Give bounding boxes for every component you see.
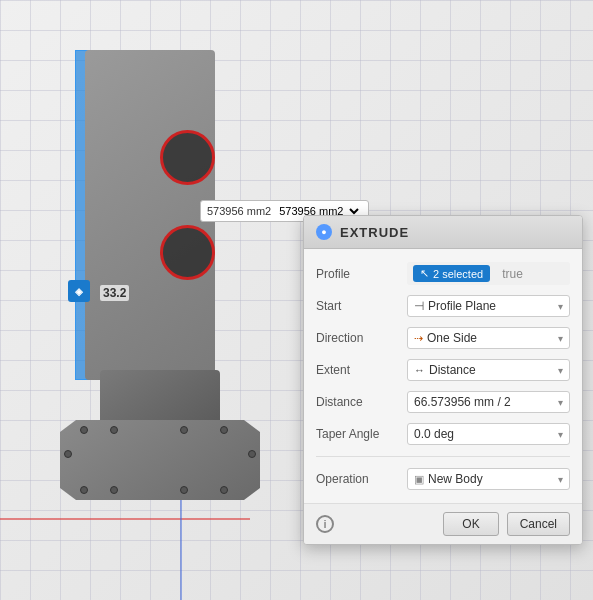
- bolt-2: [110, 426, 118, 434]
- extent-row: Extent ↔ Distance ▾: [304, 354, 582, 386]
- cursor-icon: ↖: [420, 267, 429, 280]
- profile-close-button[interactable]: true: [502, 267, 523, 281]
- distance-value[interactable]: 66.573956 mm / 2 ▾: [407, 391, 570, 413]
- dialog-divider: [316, 456, 570, 457]
- profile-badge: ↖ 2 selected: [413, 265, 490, 282]
- cancel-button[interactable]: Cancel: [507, 512, 570, 536]
- dialog-body: Profile ↖ 2 selected true Start ⊣ Profil…: [304, 249, 582, 503]
- bolt-7: [180, 486, 188, 494]
- start-label: Start: [316, 299, 401, 313]
- extrude-dialog: ● EXTRUDE Profile ↖ 2 selected true Star…: [303, 215, 583, 545]
- distance-label: Distance: [316, 395, 401, 409]
- start-value[interactable]: ⊣ Profile Plane ▾: [407, 295, 570, 317]
- direction-label: Direction: [316, 331, 401, 345]
- bolt-10: [248, 450, 256, 458]
- 3d-viewport[interactable]: ◈ 33.2 573956 mm2 573956 mm2 ● EXTRUDE P…: [0, 0, 593, 600]
- taper-angle-label: Taper Angle: [316, 427, 401, 441]
- distance-row: Distance 66.573956 mm / 2 ▾: [304, 386, 582, 418]
- direction-value[interactable]: ⇢ One Side ▾: [407, 327, 570, 349]
- taper-chevron-icon: ▾: [558, 429, 563, 440]
- distance-chevron-icon: ▾: [558, 397, 563, 408]
- direction-icon: ⇢: [414, 332, 423, 345]
- dialog-header: ● EXTRUDE: [304, 216, 582, 249]
- start-chevron-icon: ▾: [558, 301, 563, 312]
- navigation-icon[interactable]: ◈: [68, 280, 90, 302]
- start-icon: ⊣: [414, 299, 424, 313]
- dialog-header-icon: ●: [316, 224, 332, 240]
- ok-button[interactable]: OK: [443, 512, 498, 536]
- bolt-3: [180, 426, 188, 434]
- 3d-model: ◈ 33.2: [20, 30, 320, 550]
- extent-label: Extent: [316, 363, 401, 377]
- info-button[interactable]: i: [316, 515, 334, 533]
- operation-row: Operation ▣ New Body ▾: [304, 463, 582, 495]
- taper-angle-value[interactable]: 0.0 deg ▾: [407, 423, 570, 445]
- footer-buttons: OK Cancel: [443, 512, 570, 536]
- extent-icon: ↔: [414, 364, 425, 376]
- direction-chevron-icon: ▾: [558, 333, 563, 344]
- dialog-title: EXTRUDE: [340, 225, 409, 240]
- measurement-label: 33.2: [100, 285, 129, 301]
- bolt-8: [220, 486, 228, 494]
- bolt-9: [64, 450, 72, 458]
- bolt-4: [220, 426, 228, 434]
- bolt-6: [110, 486, 118, 494]
- profile-value[interactable]: ↖ 2 selected true: [407, 262, 570, 285]
- operation-chevron-icon: ▾: [558, 474, 563, 485]
- direction-row: Direction ⇢ One Side ▾: [304, 322, 582, 354]
- extent-chevron-icon: ▾: [558, 365, 563, 376]
- main-body: [85, 50, 215, 380]
- operation-value[interactable]: ▣ New Body ▾: [407, 468, 570, 490]
- hole-upper: [160, 130, 215, 185]
- profile-label: Profile: [316, 267, 401, 281]
- operation-label: Operation: [316, 472, 401, 486]
- bolt-5: [80, 486, 88, 494]
- bolt-1: [80, 426, 88, 434]
- start-row: Start ⊣ Profile Plane ▾: [304, 290, 582, 322]
- profile-row: Profile ↖ 2 selected true: [304, 257, 582, 290]
- operation-icon: ▣: [414, 473, 424, 486]
- dialog-footer: i OK Cancel: [304, 503, 582, 544]
- hole-lower: [160, 225, 215, 280]
- extent-value[interactable]: ↔ Distance ▾: [407, 359, 570, 381]
- taper-angle-row: Taper Angle 0.0 deg ▾: [304, 418, 582, 450]
- base-plate: [60, 420, 260, 500]
- area-value: 573956 mm2: [207, 205, 271, 217]
